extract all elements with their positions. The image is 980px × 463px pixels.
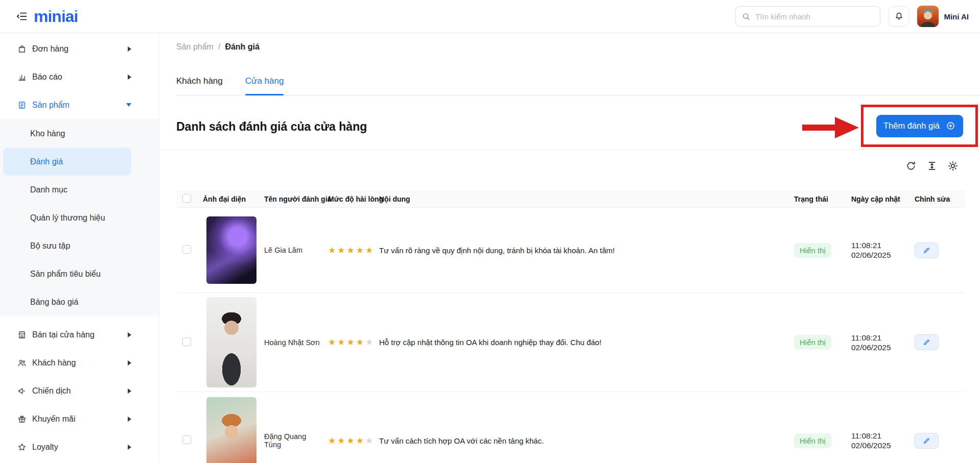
add-review-button[interactable]: Thêm đánh giá — [876, 115, 963, 137]
top-header: miniai Mini AI — [0, 0, 980, 33]
edit-button[interactable] — [915, 334, 939, 350]
sidebar-item-khuyen-mai[interactable]: Khuyến mãi — [0, 405, 159, 433]
submenu-item-bang-bao-gia[interactable]: Bảng báo giá — [3, 288, 131, 316]
tab-cua-hang[interactable]: Cửa hàng — [245, 76, 284, 95]
annotation-arrow-head — [835, 117, 859, 138]
updated-date: 02/06/2025 — [851, 441, 908, 450]
megaphone-icon — [17, 386, 27, 396]
chevron-right-icon — [128, 75, 131, 80]
reviewer-photo — [206, 216, 256, 284]
star-filled-icon: ★ — [328, 436, 337, 446]
search-icon — [742, 12, 751, 21]
sidebar-item-bao-cao[interactable]: Báo cáo — [0, 63, 159, 91]
sidebar-item-don-hang[interactable]: Đơn hàng — [0, 35, 159, 63]
submenu-item-danh-muc[interactable]: Danh mục — [3, 176, 131, 204]
reviewer-name: Đặng Quang Tùng — [258, 432, 322, 449]
product-list-icon — [17, 100, 27, 110]
breadcrumb-separator: / — [218, 42, 220, 52]
app-logo[interactable]: miniai — [34, 8, 78, 25]
chevron-right-icon — [128, 417, 131, 422]
pencil-icon — [923, 247, 930, 254]
chevron-right-icon — [128, 332, 131, 337]
sidebar-item-ban-tai-cua-hang[interactable]: Bán tại cửa hàng — [0, 321, 159, 349]
bell-icon — [894, 12, 904, 21]
star-filled-icon: ★ — [356, 436, 365, 446]
select-all-checkbox[interactable] — [182, 194, 191, 203]
row-height-button[interactable] — [926, 160, 938, 172]
row-height-icon — [926, 160, 938, 172]
updated-time: 11:08:21 — [851, 240, 908, 250]
edit-button[interactable] — [915, 433, 939, 449]
chevron-down-icon — [126, 103, 131, 107]
chevron-right-icon — [128, 445, 131, 450]
submenu-item-kho-hang[interactable]: Kho hàng — [3, 119, 131, 148]
star-filled-icon: ★ — [337, 337, 346, 347]
status-badge: Hiển thị — [794, 433, 831, 448]
settings-button[interactable] — [947, 160, 959, 172]
page-title: Danh sách đánh giá của cửa hàng — [176, 120, 980, 150]
sidebar-item-loyalty[interactable]: Loyalty — [0, 433, 159, 461]
add-review-label: Thêm đánh giá — [883, 121, 940, 131]
san-pham-submenu: Kho hàng Đánh giá Danh mục Quản lý thươn… — [0, 119, 159, 316]
row-checkbox[interactable] — [182, 337, 191, 346]
app-root: miniai Mini AI — [0, 0, 980, 463]
settings-gear-icon — [947, 160, 959, 172]
submenu-item-danh-gia[interactable]: Đánh giá — [3, 148, 131, 176]
updated-at: 11:08:21 02/06/2025 — [845, 431, 908, 450]
pencil-icon — [923, 437, 930, 445]
star-filled-icon: ★ — [347, 337, 356, 347]
sidebar-item-san-pham[interactable]: Sản phẩm — [0, 91, 159, 119]
col-rating: Mức độ hài lòng — [322, 195, 373, 203]
store-icon — [17, 330, 27, 340]
logo-text: miniai — [34, 7, 78, 26]
updated-date: 02/06/2025 — [851, 250, 908, 260]
sidebar: Đơn hàng Báo cáo Sản phẩm — [0, 33, 159, 463]
star-filled-icon: ★ — [337, 246, 346, 255]
notifications-button[interactable] — [889, 6, 909, 27]
row-checkbox[interactable] — [182, 435, 191, 444]
table-row: Hoàng Nhật Sơn ★★★★★ Hỗ trợ cập nhật thô… — [176, 293, 965, 392]
rating-stars: ★★★★★ — [322, 245, 373, 256]
global-search[interactable] — [735, 6, 880, 27]
status-badge: Hiển thị — [794, 243, 831, 258]
star-filled-icon: ★ — [347, 436, 356, 446]
breadcrumb-parent[interactable]: Sản phẩm — [176, 42, 214, 52]
review-content: Tư vấn rõ ràng về quy định nội dung, trá… — [373, 246, 788, 255]
tab-khach-hang[interactable]: Khách hàng — [176, 76, 223, 95]
col-edit: Chỉnh sửa — [908, 195, 965, 203]
user-avatar[interactable] — [917, 6, 939, 27]
updated-date: 02/06/2025 — [851, 343, 908, 352]
sidebar-item-label: Báo cáo — [32, 72, 62, 82]
header-right: Mini AI — [735, 6, 980, 27]
reviewer-name: Lê Gia Lâm — [258, 246, 322, 254]
refresh-button[interactable] — [905, 160, 917, 172]
chevron-right-icon — [128, 388, 131, 394]
sidebar-item-label: Đơn hàng — [32, 44, 68, 54]
sidebar-item-label: Bán tại cửa hàng — [32, 330, 95, 339]
sidebar-collapse-icon[interactable] — [16, 11, 28, 22]
star-filled-icon: ★ — [337, 436, 346, 446]
submenu-item-quan-ly-thuong-hieu[interactable]: Quản lý thương hiệu — [3, 204, 131, 232]
review-content: Hỗ trợ cập nhật thông tin OA khi doanh n… — [373, 338, 788, 347]
star-filled-icon: ★ — [356, 246, 365, 255]
customers-icon — [17, 358, 27, 368]
star-filled-icon: ★ — [328, 246, 337, 255]
edit-button[interactable] — [915, 242, 939, 258]
submenu-item-bo-suu-tap[interactable]: Bộ sưu tập — [3, 232, 131, 260]
search-input[interactable] — [755, 12, 874, 21]
col-name: Tên người đánh giá — [258, 195, 322, 203]
status-badge: Hiển thị — [794, 335, 831, 350]
table-toolbar — [159, 150, 980, 190]
sidebar-item-khach-hang[interactable]: Khách hàng — [0, 349, 159, 377]
submenu-item-san-pham-tieu-bieu[interactable]: Sản phẩm tiêu biểu — [3, 260, 131, 288]
table-header-row: Ảnh đại diện Tên người đánh giá Mức độ h… — [176, 190, 965, 208]
star-icon — [17, 442, 27, 452]
annotation-box: Thêm đánh giá — [861, 105, 978, 147]
sidebar-item-chien-dich[interactable]: Chiến dịch — [0, 377, 159, 405]
rating-stars: ★★★★★ — [322, 435, 373, 446]
sidebar-item-label: Khuyến mãi — [32, 415, 76, 424]
sidebar-item-label: Loyalty — [32, 443, 58, 452]
row-checkbox[interactable] — [182, 245, 191, 254]
header-left: miniai — [0, 8, 159, 25]
review-content: Tư vấn cách tích hợp OA với các nền tảng… — [373, 436, 788, 445]
